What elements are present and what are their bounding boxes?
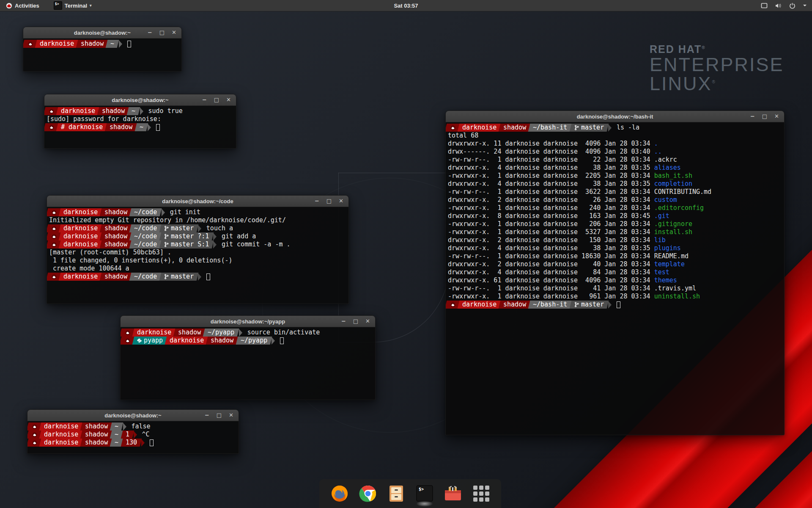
prompt-line: # darknoiseshadow~ — [47, 123, 236, 131]
minimize-button[interactable]: − — [148, 27, 152, 38]
output-text: create mode 100644 a — [49, 265, 129, 273]
close-button[interactable]: ✕ — [229, 410, 233, 421]
file-name: CONTRIBUTING.md — [654, 188, 711, 196]
app-grid-dots — [473, 486, 489, 502]
command-text: source bin/activate — [247, 329, 320, 337]
prompt-segment-text: # darknoise — [61, 123, 103, 131]
output-line: [sudo] password for darknoise: — [47, 115, 236, 123]
minimize-button[interactable]: − — [202, 94, 207, 105]
terminal-window-t2[interactable]: darknoise@shadow:~−□✕darknoiseshadow~sud… — [44, 94, 236, 149]
app-menu-terminal[interactable]: $> Terminal ▾ — [51, 0, 94, 11]
git-branch-icon — [574, 125, 579, 130]
terminal-window-t1[interactable]: darknoise@shadow:~−□✕darknoiseshadow~ — [23, 27, 182, 72]
command-text: touch a — [206, 224, 233, 232]
prompt-segment-text: ~/code — [134, 273, 157, 281]
prompt-segment: shadow — [206, 337, 239, 345]
chevron-down-icon[interactable] — [803, 4, 807, 7]
prompt-arrow — [162, 209, 165, 216]
terminal-icon[interactable]: $> — [415, 484, 434, 503]
prompt-segment: # darknoise — [56, 123, 108, 131]
prompt-segment-text: shadow — [178, 329, 201, 337]
terminal-content[interactable]: darknoiseshadow~/codegit initInitialized… — [47, 207, 348, 304]
activities-button[interactable]: Activities — [3, 0, 42, 11]
prompt-segment-text: darknoise — [40, 40, 74, 48]
maximize-button[interactable]: □ — [762, 111, 767, 122]
file-name: . — [654, 140, 658, 148]
display-icon[interactable] — [761, 3, 768, 9]
close-button[interactable]: ✕ — [339, 196, 343, 207]
terminal-app-icon: $> — [54, 1, 62, 10]
command-text: git init — [170, 208, 200, 216]
git-branch-icon — [164, 274, 169, 279]
window-titlebar[interactable]: darknoise@shadow:~−□✕ — [27, 410, 239, 421]
prompt-segment: shadow — [499, 301, 531, 309]
prompt-segment: shadow — [80, 431, 113, 439]
toolbox-icon[interactable] — [444, 484, 462, 503]
prompt-line: darknoiseshadow~/codemaster ?:1git add a — [49, 232, 348, 240]
clock-text[interactable]: Sat 03:57 — [394, 3, 418, 9]
file-manager-icon[interactable] — [387, 484, 406, 503]
maximize-button[interactable]: □ — [159, 27, 165, 38]
terminal-window-t3[interactable]: darknoise@shadow:~/code−□✕darknoiseshado… — [47, 195, 349, 304]
output-text: drwxrwxr-x. 2 darknoise darknoise 26 Jan… — [448, 196, 654, 204]
volume-icon[interactable] — [775, 3, 782, 9]
prompt-segment: shadow — [100, 273, 132, 281]
git-branch-icon — [574, 302, 579, 307]
clock: Sat 03:57 — [0, 3, 812, 9]
prompt-line: darknoiseshadow~/bash-itmasterls -la — [448, 124, 784, 132]
terminal-content[interactable]: darknoiseshadow~sudo true[sudo] password… — [44, 106, 236, 148]
prompt-segment: ~/code — [129, 208, 162, 216]
output-text: drwxrwxr-x. 61 darknoise darknoise 4096 … — [448, 276, 654, 284]
minimize-button[interactable]: − — [315, 196, 319, 207]
window-titlebar[interactable]: darknoise@shadow:~−□✕ — [44, 94, 236, 106]
redhat-branding: RED HAT® ENTERPRISE LINUX® — [650, 44, 784, 94]
prompt-segment-text: shadow — [503, 301, 526, 309]
window-titlebar[interactable]: darknoise@shadow:~/bash-it−□✕ — [446, 111, 784, 122]
app-grid-icon[interactable] — [472, 484, 491, 503]
minimize-button[interactable]: − — [205, 410, 209, 421]
close-button[interactable]: ✕ — [172, 27, 176, 38]
prompt-segment-text: darknoise — [61, 107, 95, 115]
terminal-cursor — [127, 41, 131, 47]
chrome-icon[interactable] — [359, 484, 377, 503]
output-line: -rw-rw-r--. 1 darknoise darknoise 41 Jan… — [448, 284, 784, 293]
prompt-segment: master — [569, 124, 609, 132]
firefox-icon[interactable] — [330, 484, 349, 503]
prompt-segment: darknoise — [56, 107, 100, 115]
window-titlebar[interactable]: darknoise@shadow:~−□✕ — [23, 27, 181, 39]
window-titlebar[interactable]: darknoise@shadow:~/pyapp−□✕ — [121, 316, 375, 327]
file-name: lib — [654, 236, 666, 244]
terminal-window-t5[interactable]: darknoise@shadow:~−□✕darknoiseshadow~fal… — [27, 409, 239, 454]
prompt-segment: darknoise — [458, 124, 502, 132]
maximize-button[interactable]: □ — [214, 94, 219, 105]
terminal-content[interactable]: darknoiseshadow~ — [23, 39, 181, 71]
fedora-prompt-icon — [52, 226, 57, 231]
minimize-button[interactable]: − — [341, 316, 346, 327]
output-text: -rw-rw-r--. 1 darknoise darknoise 18630 … — [448, 252, 654, 260]
prompt-segment: darknoise — [35, 40, 79, 48]
close-button[interactable]: ✕ — [774, 111, 779, 122]
minimize-button[interactable]: − — [750, 111, 755, 122]
output-text: Initialized empty Git repository in /hom… — [49, 216, 286, 224]
terminal-content[interactable]: darknoiseshadow~/pyappsource bin/activat… — [121, 327, 375, 400]
power-icon[interactable] — [789, 3, 796, 9]
terminal-window-t6[interactable]: darknoise@shadow:~/bash-it−□✕darknoisesh… — [445, 110, 785, 435]
maximize-button[interactable]: □ — [353, 316, 358, 327]
prompt-arrow — [198, 225, 201, 232]
prompt-segment-text: ~/code — [134, 224, 157, 232]
prompt-segment-text: ~/pyapp — [208, 329, 234, 337]
maximize-button[interactable]: □ — [217, 410, 222, 421]
output-text: drwxrwxr-x. 4 darknoise darknoise 38 Jan… — [448, 180, 654, 188]
output-text: total 68 — [448, 132, 478, 140]
svg-text:$>: $> — [419, 487, 424, 491]
maximize-button[interactable]: □ — [326, 196, 332, 207]
close-button[interactable]: ✕ — [365, 316, 370, 327]
terminal-window-t4[interactable]: darknoise@shadow:~/pyapp−□✕darknoiseshad… — [120, 315, 376, 400]
window-titlebar[interactable]: darknoise@shadow:~/code−□✕ — [47, 196, 348, 207]
output-text: -rw-rw-r--. 1 darknoise darknoise 41 Jan… — [448, 284, 654, 293]
terminal-content[interactable]: darknoiseshadow~/bash-itmasterls -latota… — [446, 122, 784, 435]
terminal-content[interactable]: darknoiseshadow~falsedarknoiseshadow~1^C… — [27, 421, 239, 453]
prompt-segment-text: ~/bash-it — [533, 124, 567, 132]
close-button[interactable]: ✕ — [226, 94, 231, 105]
output-text: drwxrwxr-x. 2 darknoise darknoise 40 Jan… — [448, 260, 654, 268]
